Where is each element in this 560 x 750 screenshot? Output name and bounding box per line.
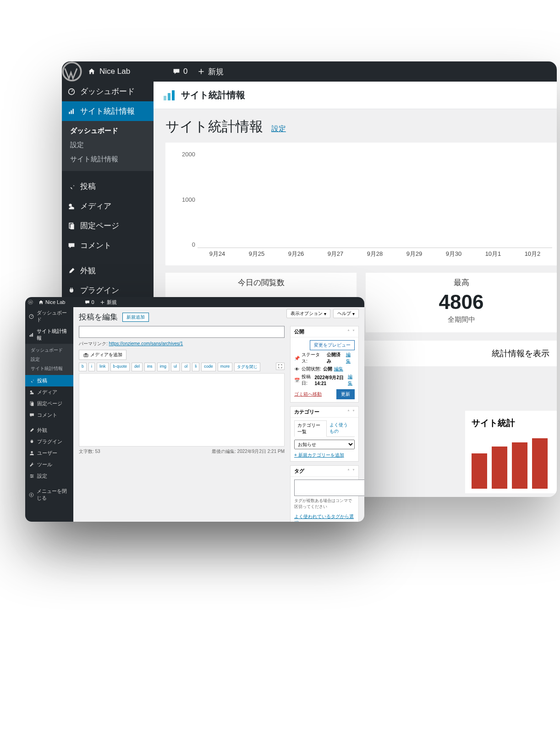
x-tick-label: 9月30 <box>434 250 473 261</box>
toolbar-button-link[interactable]: link <box>97 363 109 371</box>
move-to-trash-link[interactable]: ゴミ箱へ移動 <box>294 391 322 397</box>
wordpress-logo-icon[interactable] <box>62 61 82 82</box>
site-home-link[interactable]: Nice Lab <box>82 67 136 76</box>
permalink-url[interactable]: https://onzieme.com/sans/archives/1 <box>109 341 183 346</box>
help-tab[interactable]: ヘルプ ▾ <box>333 309 359 318</box>
sidebar-item-comments[interactable]: コメント <box>25 409 73 421</box>
sidebar-collapse[interactable]: メニューを閉じる <box>25 485 73 504</box>
sidebar-item-dashboard[interactable]: ダッシュボード <box>62 82 154 101</box>
mini-chart-bar[interactable] <box>472 453 487 489</box>
toolbar-button-code[interactable]: code <box>201 363 216 371</box>
toolbar-button-ol[interactable]: ol <box>181 363 190 371</box>
submenu-settings[interactable]: 設定 <box>25 355 73 364</box>
tab-most-used[interactable]: よく使うもの <box>327 420 355 436</box>
sidebar-item-appearance[interactable]: 外観 <box>25 425 73 436</box>
sidebar-item-posts[interactable]: 投稿 <box>62 176 154 196</box>
sidebar-item-posts[interactable]: 投稿 <box>25 375 73 386</box>
gauge-icon <box>29 314 34 319</box>
post-content-editor[interactable] <box>79 373 285 447</box>
pages-icon <box>29 401 34 407</box>
toolbar-button-more[interactable]: more <box>218 363 233 371</box>
chevron-up-icon[interactable]: ˄ <box>347 469 350 474</box>
preview-button[interactable]: 変更をプレビュー <box>310 340 355 350</box>
toolbar-button-b-quote[interactable]: b-quote <box>110 363 130 371</box>
sidebar-item-appearance[interactable]: 外観 <box>62 261 154 281</box>
svg-point-22 <box>85 354 86 356</box>
fullscreen-toggle[interactable]: ⛶ <box>276 363 285 370</box>
submenu-dashboard[interactable]: ダッシュボード <box>25 346 73 355</box>
sidebar-item-settings[interactable]: 設定 <box>25 470 73 482</box>
tag-input[interactable] <box>294 480 364 496</box>
toolbar-button-タグを閉じ[interactable]: タグを閉じ <box>234 363 260 371</box>
new-content-button[interactable]: 新規 <box>97 299 120 306</box>
stat-label: 今日の閲覧数 <box>165 277 357 288</box>
categories-box: カテゴリー˄˅ カテゴリー一覧 よく使うもの お知らせ + 新規カテゴリーを追加 <box>290 406 359 462</box>
side-mini-chart: サイト統計 <box>465 411 557 493</box>
chevron-down-icon[interactable]: ˅ <box>352 409 355 414</box>
metabox-title: 公開 <box>294 328 304 335</box>
sidebar-item-users[interactable]: ユーザー <box>25 447 73 459</box>
add-category-link[interactable]: + 新規カテゴリーを追加 <box>294 452 344 458</box>
submenu-dashboard[interactable]: ダッシュボード <box>62 124 154 138</box>
toolbar-button-img[interactable]: img <box>157 363 170 371</box>
sidebar-item-tools[interactable]: ツール <box>25 459 73 470</box>
sidebar-item-dashboard[interactable]: ダッシュボード <box>25 307 73 325</box>
sidebar-item-stats[interactable]: サイト統計情報 <box>62 101 154 121</box>
editor-statusbar: 文字数: 53 最後の編集: 2022年9月2日 2:21 PM <box>79 448 285 455</box>
submenu-stats[interactable]: サイト統計情報 <box>25 364 73 373</box>
chevron-down-icon[interactable]: ˅ <box>352 329 355 334</box>
chevron-down-icon[interactable]: ˅ <box>352 469 355 474</box>
sidebar-item-pages[interactable]: 固定ページ <box>25 398 73 409</box>
sidebar-item-media[interactable]: メディア <box>62 196 154 216</box>
popular-tags-link[interactable]: よく使われているタグから選択 <box>294 514 354 522</box>
bar-chart-icon <box>67 107 76 116</box>
toolbar-button-ul[interactable]: ul <box>171 363 180 371</box>
tag-hint: タグが複数ある場合はコンマで区切ってください <box>294 498 355 510</box>
category-select[interactable]: お知らせ <box>294 440 355 449</box>
update-button[interactable]: 更新 <box>336 389 355 399</box>
edit-status-link[interactable]: 編集 <box>346 352 355 364</box>
toolbar-button-li[interactable]: li <box>192 363 199 371</box>
plus-icon <box>100 299 105 305</box>
sidebar-item-stats[interactable]: サイト統計情報 <box>25 325 73 344</box>
user-icon <box>29 451 34 456</box>
edit-visibility-link[interactable]: 編集 <box>334 366 343 372</box>
edit-date-link[interactable]: 編集 <box>348 374 355 386</box>
toolbar-button-ins[interactable]: ins <box>144 363 155 371</box>
svg-point-19 <box>31 477 32 478</box>
sidebar-item-pages[interactable]: 固定ページ <box>62 216 154 236</box>
header-title: サイト統計情報 <box>181 89 245 101</box>
toolbar-button-b[interactable]: b <box>79 363 87 371</box>
settings-link[interactable]: 設定 <box>271 124 286 134</box>
svg-point-13 <box>30 391 32 392</box>
y-tick-label: 2000 <box>172 151 195 158</box>
toolbar-button-del[interactable]: del <box>132 363 143 371</box>
x-tick-label: 10月1 <box>473 250 513 261</box>
post-title-input[interactable] <box>79 326 285 338</box>
y-tick-label: 0 <box>172 241 195 248</box>
comments-count[interactable]: 0 <box>82 299 97 305</box>
sidebar-item-comments[interactable]: コメント <box>62 236 154 255</box>
chevron-up-icon[interactable]: ˄ <box>347 409 350 414</box>
y-tick-label: 1000 <box>172 196 195 203</box>
tab-all-categories[interactable]: カテゴリー一覧 <box>294 420 327 437</box>
submenu-stats[interactable]: サイト統計情報 <box>62 152 154 166</box>
add-new-button[interactable]: 新規追加 <box>122 313 149 322</box>
site-home-link[interactable]: Nice Lab <box>35 299 68 305</box>
mini-chart-bar[interactable] <box>492 447 507 489</box>
screen-options-tab[interactable]: 表示オプション ▾ <box>286 309 330 318</box>
comments-count[interactable]: 0 <box>168 67 192 76</box>
chevron-up-icon[interactable]: ˄ <box>347 329 350 334</box>
sidebar-item-plugins[interactable]: プラグイン <box>25 436 73 447</box>
x-tick-label: 9月29 <box>395 250 434 261</box>
submenu-settings[interactable]: 設定 <box>62 138 154 152</box>
new-content-button[interactable]: 新規 <box>192 66 228 77</box>
add-media-button[interactable]: メディアを追加 <box>79 350 126 360</box>
mini-chart-bar[interactable] <box>512 442 527 489</box>
page-title: サイト統計情報 <box>165 117 263 136</box>
stats-logo-icon <box>164 90 175 100</box>
wordpress-logo-icon[interactable]: ⓦ <box>25 299 35 306</box>
sidebar-item-media[interactable]: メディア <box>25 386 73 398</box>
toolbar-button-i[interactable]: i <box>88 363 95 371</box>
mini-chart-bar[interactable] <box>532 438 548 489</box>
